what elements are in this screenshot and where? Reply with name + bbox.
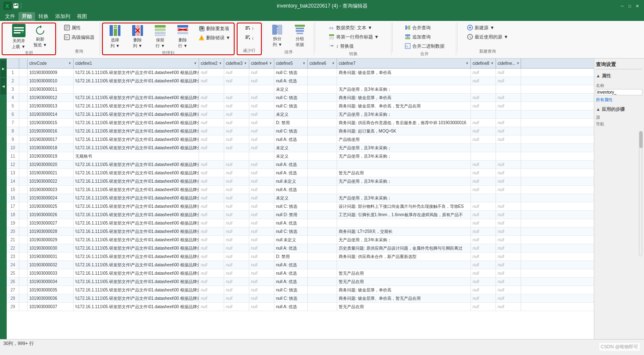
advanced-editor-button[interactable]: M 高级编辑器 <box>62 33 96 41</box>
table-row[interactable]: 4101903000012\\172.16.1.111\05.研发部文件\产品文… <box>7 94 594 102</box>
menu-view[interactable]: 视图 <box>74 12 90 21</box>
sort-asc-button[interactable]: ↑ <box>243 24 256 33</box>
table-row[interactable]: 15101903000023\\172.16.1.111\05.研发部文件\产品… <box>7 186 594 194</box>
merge-query-button[interactable]: 合并查询 <box>403 23 432 32</box>
table-row[interactable]: 5101903000013\\172.16.1.111\05.研发部文件\产品文… <box>7 102 594 110</box>
header-cidefine7[interactable]: cidefine7 ▼ <box>337 59 471 68</box>
svg-rect-53 <box>295 25 305 27</box>
first-row-header-button[interactable]: 将第一行用作标题 ▼ <box>327 33 381 41</box>
table-row[interactable]: 2101903000010\\172.16.1.111\05.研发部文件\产品文… <box>7 77 594 85</box>
menu-add-col[interactable]: 添加列 <box>52 12 74 21</box>
table-row[interactable]: 18101903000026\\172.16.1.111\05.研发部文件\产品… <box>7 211 594 219</box>
table-row[interactable]: 17101903000025\\172.16.1.111\05.研发部文件\产品… <box>7 202 594 211</box>
right-panel-scrollbar[interactable] <box>639 131 642 256</box>
table-row[interactable]: 25101903000033\\172.16.1.111\05.研发部文件\产品… <box>7 269 594 278</box>
remove-row-button[interactable]: 删除行 ▼ <box>172 24 193 49</box>
cell-code: 101903000032 <box>28 261 74 269</box>
table-row[interactable]: 1101903000009\\172.16.1.111\05.研发部文件\产品文… <box>7 69 594 77</box>
cell-d4: null <box>249 186 274 194</box>
merge-binary-button[interactable]: 01 合并二进制数据 <box>403 42 446 50</box>
cell-d8: null <box>471 227 496 235</box>
table-row[interactable]: 16101903000024\\172.16.1.111\05.研发部文件\产品… <box>7 194 594 202</box>
watermark: CSDN @唯物即可 <box>599 343 640 351</box>
cell-d1: \\172.16.1.111\05.研发部文件\产品文件\01.datashee… <box>74 219 199 227</box>
table-row[interactable]: 11101903000019无规格书未定义无产品使用，且3年未采购； <box>7 152 594 161</box>
step-source[interactable]: 源 <box>596 114 642 121</box>
first-row-header-label: 将第一行用作标题 ▼ <box>336 34 379 40</box>
close-upload-button[interactable]: 关闭并上载 ▼ <box>8 24 29 49</box>
header-cidefine6[interactable]: cidefine6 ▼ <box>308 59 337 68</box>
remove-col-button[interactable]: 删除列 ▼ <box>127 24 148 49</box>
cell-code: 101903000016 <box>28 127 74 135</box>
left-tab-1[interactable]: ▶ <box>0 60 6 77</box>
table-row[interactable]: 24101903000032\\172.16.1.111\05.研发部文件\产品… <box>7 261 594 269</box>
append-query-button[interactable]: 追加查询 <box>403 33 432 41</box>
header-clnvCode[interactable]: clnvCode ▼ <box>28 59 74 68</box>
table-row[interactable]: 13101903000021\\172.16.1.111\05.研发部文件\产品… <box>7 169 594 177</box>
menu-file[interactable]: 文件 <box>2 12 18 21</box>
table-row[interactable]: 23101903000031\\172.16.1.111\05.研发部文件\产品… <box>7 253 594 261</box>
table-row[interactable]: 20101903000028\\172.16.1.111\05.研发部文件\产品… <box>7 227 594 236</box>
recent-source-button[interactable]: 最近使用的源 ▼ <box>465 33 510 41</box>
cell-d8: null <box>471 177 496 185</box>
table-row[interactable]: 7101903000015\\172.16.1.111\05.研发部文件\产品文… <box>7 119 594 127</box>
query-name-input[interactable] <box>596 89 642 95</box>
menu-transform[interactable]: 转换 <box>35 12 52 21</box>
cell-d6 <box>308 278 337 286</box>
remove-error-button[interactable]: ! 删除错误 ▼ <box>197 33 232 42</box>
keep-row-button[interactable]: 保留行 ▼ <box>150 24 171 49</box>
split-col-button[interactable]: 拆分列 ▼ <box>267 23 288 49</box>
table-row[interactable]: 22101903000030\\172.16.1.111\05.研发部文件\产品… <box>7 244 594 253</box>
cell-rownum: 11 <box>7 152 19 160</box>
remove-dup-button[interactable]: 删除重复项 <box>197 24 231 33</box>
header-cidefine1[interactable]: cidefine1 ▼ <box>74 59 199 68</box>
left-tab-2[interactable]: ◀ <box>0 78 6 94</box>
svg-rect-50 <box>278 25 282 35</box>
minimize-button[interactable]: ─ <box>619 3 626 9</box>
cell-d6 <box>308 286 337 294</box>
header-cidefine5[interactable]: cidefine5 ▼ <box>274 59 308 68</box>
cell-d1: \\172.16.1.111\05.研发部文件\产品文件\01.datashee… <box>74 202 199 210</box>
properties-button[interactable]: 属性 <box>62 23 82 32</box>
close-button[interactable]: ✕ <box>634 3 641 9</box>
table-row[interactable]: 28101903000036\\172.16.1.111\05.研发部文件\产品… <box>7 294 594 303</box>
merge-binary-label: 合并二进制数据 <box>412 43 445 49</box>
all-properties-link[interactable]: 所有属性 <box>596 97 642 103</box>
cell-d9: null <box>496 127 521 135</box>
header-cidefine3[interactable]: cidefine3 ▼ <box>224 59 249 68</box>
table-row[interactable]: 14101903000022\\172.16.1.111\05.研发部文件\产品… <box>7 177 594 186</box>
table-row[interactable]: 3101903000011未定义无产品使用，且3年未采购； <box>7 85 594 94</box>
select-col-button[interactable]: 选择列 ▼ <box>105 24 125 49</box>
remove-row-icon <box>176 25 189 36</box>
table-row[interactable]: 27101903000035\\172.16.1.111\05.研发部文件\产品… <box>7 286 594 294</box>
table-row[interactable]: 10101903000018\\172.16.1.111\05.研发部文件\产品… <box>7 144 594 152</box>
step-nav[interactable]: 导航 <box>596 121 642 128</box>
header-cidefine4[interactable]: cidefine4 ▼ <box>249 59 274 68</box>
sort-desc-button[interactable]: ↓ <box>243 33 256 42</box>
table-row[interactable]: 19101903000027\\172.16.1.111\05.研发部文件\产品… <box>7 219 594 227</box>
table-row[interactable]: 9101903000017\\172.16.1.111\05.研发部文件\产品文… <box>7 135 594 144</box>
table-row[interactable]: 12101903000020\\172.16.1.111\05.研发部文件\产品… <box>7 161 594 169</box>
header-cidefine8[interactable]: cidefine8 ▼ <box>471 59 496 68</box>
table-row[interactable]: 6101903000014\\172.16.1.111\05.研发部文件\产品文… <box>7 110 594 119</box>
group-by-button[interactable]: 分组依据 <box>289 23 310 49</box>
svg-text:Aз: Aз <box>329 26 333 30</box>
table-row[interactable]: 26101903000034\\172.16.1.111\05.研发部文件\产品… <box>7 278 594 286</box>
table-row[interactable]: 21101903000029\\172.16.1.111\05.研发部文件\产品… <box>7 236 594 244</box>
header-cidefine9[interactable]: cidefine... ▼ <box>496 59 521 68</box>
cell-d6 <box>308 294 337 302</box>
table-row[interactable]: 29101903000037\\172.16.1.111\05.研发部文件\产品… <box>7 303 594 311</box>
header-cidefine2[interactable]: cidefine2 ▼ <box>199 59 224 68</box>
menu-home[interactable]: 开始 <box>18 12 35 21</box>
cell-d3: null <box>224 77 249 85</box>
maximize-button[interactable]: □ <box>626 3 633 9</box>
cell-d4: null <box>249 135 274 143</box>
cell-d6 <box>308 77 337 85</box>
cell-d8: null <box>471 253 496 261</box>
new-source-button[interactable]: 新建源 ▼ <box>465 23 496 32</box>
data-type-button[interactable]: Aз 数据类型: 文本 ▼ <box>327 23 374 32</box>
table-row[interactable]: 8101903000016\\172.16.1.111\05.研发部文件\产品文… <box>7 127 594 135</box>
cell-d5: null A: 优选 <box>274 186 308 194</box>
refresh-button[interactable]: 刷新预览 ▼ <box>31 24 50 49</box>
replace-value-button[interactable]: ↕ ab ↕ 替换值 <box>327 42 355 50</box>
